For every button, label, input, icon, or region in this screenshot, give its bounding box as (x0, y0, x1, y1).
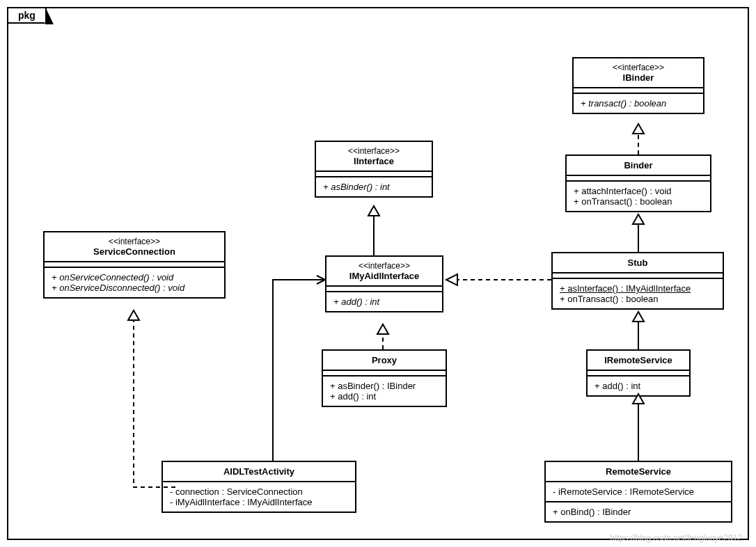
class-iinterface: <<interface>> IInterface + asBinder() : … (315, 141, 433, 198)
class-name: IBinder (581, 72, 696, 83)
operation: + onTransact() : boolean (574, 196, 703, 207)
stereotype: <<interface>> (333, 261, 435, 271)
watermark: https://blog.csdn.net/fengluoye2012 (611, 533, 742, 543)
class-stub: Stub + asInterface() : IMyAidlInterface … (551, 252, 724, 310)
class-serviceconnection: <<interface>> ServiceConnection + onServ… (43, 231, 226, 299)
operation: + add() : int (333, 296, 435, 307)
operation: + add() : int (594, 381, 682, 391)
class-name: RemoteService (553, 466, 724, 477)
empty-attrs (326, 285, 442, 291)
stereotype: <<interface>> (323, 146, 425, 156)
operation: + onTransact() : boolean (560, 294, 716, 304)
class-name: IRemoteService (594, 355, 682, 365)
operation: + onServiceDisconnected() : void (52, 283, 217, 293)
empty-attrs (588, 370, 689, 375)
class-binder: Binder + attachInterface() : void + onTr… (565, 154, 711, 212)
operation-static: + asInterface() : IMyAidlInterface (560, 283, 716, 294)
class-imyaidlinterface: <<interface>> IMyAidlInterface + add() :… (325, 255, 443, 312)
empty-attrs (567, 175, 710, 180)
stereotype: <<interface>> (581, 63, 696, 72)
class-name: Stub (560, 257, 716, 268)
class-proxy: Proxy + asBinder() : IBinder + add() : i… (322, 349, 447, 407)
operation: + add() : int (330, 391, 439, 402)
operation: + transact() : boolean (581, 98, 696, 109)
class-name: IMyAidlInterface (333, 271, 435, 281)
empty-attrs (553, 272, 723, 278)
class-iremoteservice: IRemoteService + add() : int (586, 349, 691, 397)
class-name: IInterface (323, 156, 425, 166)
empty-attrs (323, 370, 446, 375)
package-label: pkg (18, 10, 36, 21)
operation: + asBinder() : int (323, 182, 425, 192)
class-name: Binder (574, 160, 703, 171)
operation: + onServiceConnected() : void (52, 272, 217, 283)
class-remoteservice: RemoteService - iRemoteService : IRemote… (544, 461, 732, 523)
class-ibinder: <<interface>> IBinder + transact() : boo… (572, 57, 704, 114)
stereotype: <<interface>> (52, 237, 217, 246)
class-name: ServiceConnection (52, 246, 217, 257)
operation: + onBind() : IBinder (553, 507, 724, 517)
empty-attrs (574, 87, 703, 93)
class-name: AIDLTestActivity (170, 466, 348, 477)
empty-attrs (316, 171, 432, 176)
class-name: Proxy (330, 355, 439, 365)
empty-attrs (45, 261, 224, 267)
attribute: - iRemoteService : IRemoteService (553, 486, 724, 497)
diagram-frame: pkg <<interface>> ServiceConnection + on… (7, 7, 749, 540)
operation: + asBinder() : IBinder (330, 381, 439, 391)
attribute: - connection : ServiceConnection (170, 486, 348, 497)
operation: + attachInterface() : void (574, 186, 703, 196)
attribute: - iMyAidlInterface : IMyAidlInterface (170, 497, 348, 507)
class-aidltestactivity: AIDLTestActivity - connection : ServiceC… (162, 461, 356, 513)
package-tab: pkg (7, 7, 47, 24)
